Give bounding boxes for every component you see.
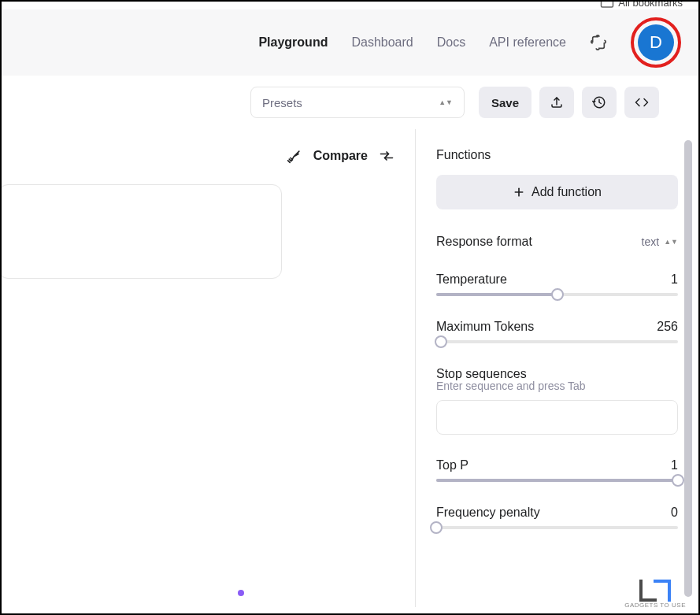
code-icon (635, 95, 649, 109)
nav: Playground Dashboard Docs API reference (258, 35, 566, 50)
chevron-updown-icon: ▲▼ (439, 101, 453, 105)
top-p-value: 1 (671, 458, 678, 472)
main: Compare Functions Add function Response … (2, 129, 698, 607)
response-format-label: Response format (436, 235, 532, 249)
upload-icon (550, 95, 564, 109)
svg-rect-0 (602, 0, 613, 7)
frequency-penalty-value: 0 (671, 506, 678, 520)
status-dot (238, 590, 244, 596)
stop-sequences-hint: Enter sequence and press Tab (436, 380, 678, 392)
message-input[interactable] (0, 184, 282, 279)
presets-select[interactable]: Presets ▲▼ (250, 87, 465, 118)
top-p-slider[interactable] (436, 479, 678, 482)
toolbar: Presets ▲▼ Save (2, 76, 698, 129)
temperature-value: 1 (671, 272, 678, 287)
compare-label: Compare (313, 149, 368, 163)
compare-arrows-icon[interactable] (379, 148, 394, 164)
bookmarks-label[interactable]: All bookmarks (618, 0, 683, 9)
watermark: GADGETS TO USE (624, 580, 686, 609)
add-function-button[interactable]: Add function (436, 175, 678, 209)
scrollbar[interactable] (684, 140, 692, 597)
functions-title: Functions (436, 148, 678, 162)
nav-api-reference[interactable]: API reference (489, 35, 566, 50)
upload-button[interactable] (539, 87, 574, 118)
add-function-label: Add function (531, 185, 602, 199)
broom-icon[interactable] (287, 148, 302, 164)
max-tokens-label: Maximum Tokens (436, 320, 534, 334)
max-tokens-slider[interactable] (436, 340, 678, 343)
max-tokens-value: 256 (657, 320, 678, 334)
nav-dashboard[interactable]: Dashboard (351, 35, 413, 50)
left-panel: Compare (2, 129, 415, 607)
frequency-penalty-slider[interactable] (436, 526, 678, 529)
plus-icon (513, 186, 525, 198)
nav-docs[interactable]: Docs (437, 35, 465, 50)
nav-playground[interactable]: Playground (258, 35, 328, 50)
stop-sequences-input[interactable] (436, 400, 678, 435)
extension-icon[interactable] (590, 34, 607, 51)
code-button[interactable] (624, 87, 659, 118)
frequency-penalty-label: Frequency penalty (436, 506, 540, 520)
temperature-label: Temperature (436, 272, 507, 287)
presets-placeholder: Presets (262, 96, 302, 109)
save-button[interactable]: Save (479, 87, 531, 118)
history-button[interactable] (582, 87, 617, 118)
settings-panel: Functions Add function Response format t… (415, 129, 698, 607)
top-p-label: Top P (436, 458, 469, 472)
chevron-updown-icon: ▲▼ (664, 240, 678, 244)
history-icon (592, 95, 606, 109)
temperature-slider[interactable] (436, 293, 678, 296)
header: Playground Dashboard Docs API reference … (2, 9, 698, 76)
bookmark-folder-icon (601, 0, 613, 8)
avatar-highlight: D (631, 17, 681, 68)
response-format-select[interactable]: text ▲▼ (642, 235, 678, 248)
